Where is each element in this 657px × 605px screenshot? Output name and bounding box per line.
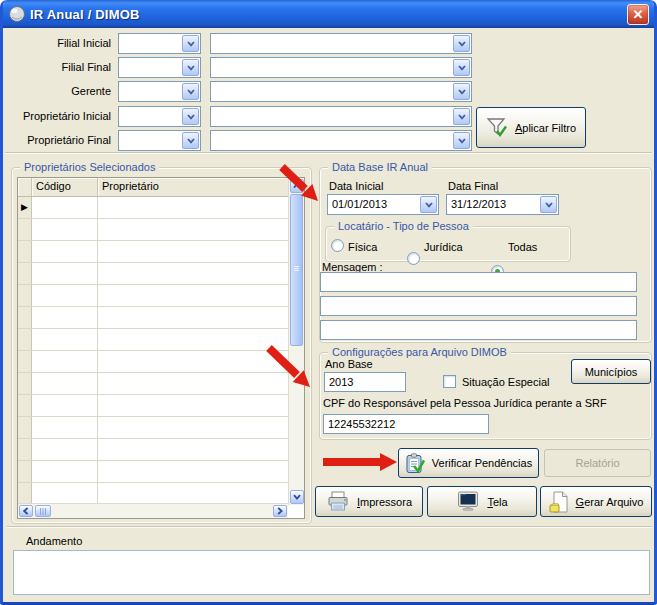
proprietario-inicial-label: Proprietário Inicial [3,110,111,122]
cell-codigo [32,197,98,218]
hscroll-thumb[interactable] [35,505,51,517]
cell-codigo [32,219,98,240]
scroll-thumb[interactable] [290,194,303,346]
gerente-code-combo[interactable] [118,81,201,102]
cpf-input[interactable] [323,414,489,434]
verificar-pendencias-button[interactable]: Verificar Pendências [398,448,539,478]
radio-juridica-label: Jurídica [424,241,463,253]
tela-button[interactable]: Tela [427,486,537,517]
chevron-down-icon[interactable] [453,83,470,100]
column-header-proprietario[interactable]: Proprietário [98,178,288,196]
cpf-label: CPF do Responsável pela Pessoa Jurídica … [323,397,607,409]
chevron-down-icon[interactable] [453,59,470,76]
scroll-right-button[interactable] [273,505,287,517]
cell-proprietario [98,307,288,328]
row-gutter [18,461,32,482]
relatorio-label: Relatório [575,457,619,469]
chevron-down-icon[interactable] [182,59,199,76]
proprietario-inicial-code-combo[interactable] [118,106,201,127]
filial-final-desc-combo[interactable] [210,57,472,78]
vertical-scrollbar[interactable] [288,178,304,505]
cell-codigo [32,263,98,284]
thumb-grip [294,266,299,272]
chevron-down-icon[interactable] [420,196,437,213]
cell-proprietario [98,483,288,503]
monitor-icon [456,491,480,512]
thumb-grip [39,508,47,515]
table-row[interactable] [18,373,288,395]
scroll-up-button[interactable] [290,179,304,193]
table-row[interactable] [18,461,288,483]
filial-inicial-desc-combo[interactable] [210,33,472,54]
chevron-right-icon [277,507,283,515]
chevron-down-icon[interactable] [182,83,199,100]
table-row[interactable] [18,219,288,241]
chevron-down-icon[interactable] [453,132,470,149]
cell-proprietario [98,395,288,416]
municipios-button[interactable]: Municípios [571,359,651,384]
table-row[interactable] [18,307,288,329]
impressora-button[interactable]: Impressora [315,486,423,517]
proprietario-inicial-desc-combo[interactable] [210,106,472,127]
cell-proprietario [98,417,288,438]
table-row[interactable] [18,483,288,503]
cell-proprietario [98,439,288,460]
radio-fisica[interactable] [331,239,344,252]
data-inicial-combo[interactable]: 01/01/2013 [327,194,439,215]
data-final-combo[interactable]: 31/12/2013 [446,194,559,215]
gerar-arquivo-button[interactable]: Gerar Arquivo [540,486,652,517]
cell-codigo [32,461,98,482]
row-gutter [18,351,32,372]
ano-base-input[interactable] [324,372,406,392]
filial-final-code-combo[interactable] [118,57,201,78]
ano-base-label: Ano Base [325,358,373,370]
chevron-down-icon[interactable] [453,108,470,125]
scroll-down-button[interactable] [290,490,304,504]
mensagem-input-2[interactable] [320,296,637,316]
table-row[interactable] [18,285,288,307]
table-row[interactable] [18,329,288,351]
generate-file-icon [549,491,569,513]
scroll-left-button[interactable] [19,505,33,517]
apply-filter-button[interactable]: Aplicar Filtro [476,107,586,148]
table-row[interactable] [18,263,288,285]
chevron-down-icon[interactable] [182,132,199,149]
row-gutter [18,373,32,394]
close-icon: ✕ [633,7,644,22]
cell-proprietario [98,263,288,284]
table-row[interactable] [18,241,288,263]
table-row[interactable]: ▶ [18,197,288,219]
data-final-label: Data Final [448,180,498,192]
table-row[interactable] [18,395,288,417]
close-button[interactable]: ✕ [627,4,649,25]
filial-inicial-label: Filial Inicial [3,37,111,49]
situacao-especial-checkbox[interactable] [443,375,456,388]
cell-codigo [32,439,98,460]
andamento-label: Andamento [26,535,82,547]
gerente-desc-combo[interactable] [210,81,472,102]
chevron-down-icon[interactable] [182,108,199,125]
proprietario-final-label: Proprietário Final [3,134,111,146]
chevron-down-icon[interactable] [453,35,470,52]
table-row[interactable] [18,439,288,461]
table-row[interactable] [18,417,288,439]
cell-proprietario [98,241,288,262]
row-gutter [18,307,32,328]
filial-inicial-code-combo[interactable] [118,33,201,54]
relatorio-button: Relatório [544,449,651,477]
column-header-codigo[interactable]: Código [32,178,98,196]
proprietario-final-desc-combo[interactable] [210,130,472,151]
horizontal-scrollbar[interactable] [18,503,288,518]
mensagem-input-3[interactable] [320,320,637,340]
filter-funnel-icon [486,117,508,138]
radio-juridica[interactable] [407,252,420,265]
mensagem-input-1[interactable] [320,272,637,292]
chevron-down-icon[interactable] [540,196,557,213]
chevron-down-icon[interactable] [182,35,199,52]
table-row[interactable] [18,351,288,373]
cell-proprietario [98,219,288,240]
row-gutter [18,329,32,350]
proprietario-final-code-combo[interactable] [118,130,201,151]
chevron-down-icon [293,494,301,500]
row-gutter [18,219,32,240]
